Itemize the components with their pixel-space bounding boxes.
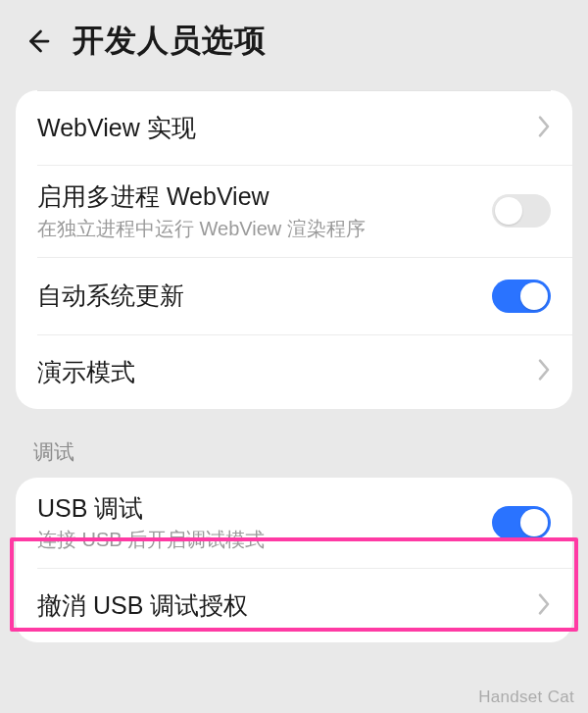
row-title: 撤消 USB 调试授权: [37, 590, 527, 621]
row-title: 演示模式: [37, 357, 527, 387]
row-title: WebView 实现: [37, 113, 527, 143]
row-text: WebView 实现: [37, 113, 527, 143]
toggle-usb-debugging[interactable]: [492, 506, 551, 539]
row-webview-impl[interactable]: WebView 实现: [16, 91, 572, 165]
row-multiprocess-webview[interactable]: 启用多进程 WebView 在独立进程中运行 WebView 渲染程序: [16, 166, 572, 256]
row-title: USB 调试: [37, 493, 482, 524]
chevron-right-icon: [537, 115, 551, 142]
back-icon[interactable]: [24, 26, 53, 56]
toggle-multiprocess-webview[interactable]: [492, 194, 551, 228]
toggle-auto-system-update[interactable]: [492, 280, 551, 313]
section-label-debug: 调试: [33, 438, 588, 466]
row-text: 启用多进程 WebView 在独立进程中运行 WebView 渲染程序: [37, 181, 482, 240]
row-auto-system-update[interactable]: 自动系统更新: [16, 258, 572, 334]
row-text: 演示模式: [37, 357, 527, 387]
chevron-right-icon: [537, 592, 551, 620]
chevron-right-icon: [537, 358, 551, 385]
watermark: Handset Cat: [478, 688, 574, 707]
settings-group-webview: WebView 实现 启用多进程 WebView 在独立进程中运行 WebVie…: [16, 90, 572, 409]
row-demo-mode[interactable]: 演示模式: [16, 335, 572, 409]
row-subtitle: 在独立进程中运行 WebView 渲染程序: [37, 217, 482, 241]
row-text: USB 调试 连接 USB 后开启调试模式: [37, 493, 482, 552]
header: 开发人员选项: [0, 0, 588, 78]
row-revoke-usb-auth[interactable]: 撤消 USB 调试授权: [16, 569, 572, 642]
row-text: 撤消 USB 调试授权: [37, 590, 527, 621]
row-usb-debugging[interactable]: USB 调试 连接 USB 后开启调试模式: [16, 478, 572, 568]
row-text: 自动系统更新: [37, 280, 482, 311]
page-title: 开发人员选项: [73, 20, 267, 63]
row-subtitle: 连接 USB 后开启调试模式: [37, 528, 482, 552]
row-title: 启用多进程 WebView: [37, 181, 482, 212]
settings-group-debug: USB 调试 连接 USB 后开启调试模式 撤消 USB 调试授权: [16, 478, 572, 643]
row-title: 自动系统更新: [37, 280, 482, 311]
